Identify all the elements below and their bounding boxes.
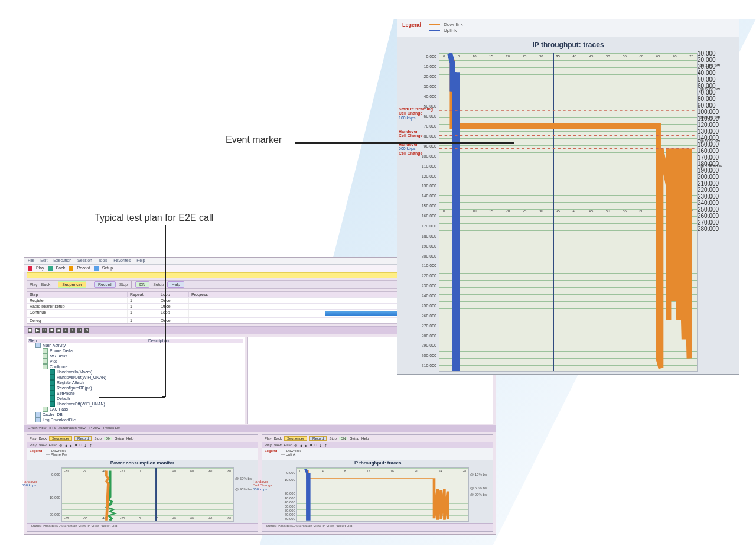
- pcm-toolbar[interactable]: PlayBackSequencer Record StopDN Setup He…: [27, 435, 258, 442]
- rec-blue-icon: [94, 266, 99, 271]
- y-tick-left: 210.000: [422, 264, 436, 268]
- tree-item[interactable]: Plot: [28, 359, 243, 364]
- ipts-plot-area[interactable]: 0481216202428 0.000 10.000 20.000 30.000…: [296, 467, 469, 522]
- tree-item[interactable]: RegisterAttach: [28, 380, 243, 385]
- chart-y-axis-right: @ 10% bw @ 50% bw @ 90% bw @ 99% bw @ 10…: [698, 50, 739, 374]
- toolbar-icon[interactable]: ⤒: [70, 328, 75, 333]
- menu-item[interactable]: Tools: [98, 258, 107, 264]
- tree-item[interactable]: MS Tasks: [28, 353, 243, 359]
- y-tick-left: 250.000: [422, 303, 436, 307]
- toolbar-icon[interactable]: ⤓: [63, 328, 68, 333]
- tree-item[interactable]: Log DownloadFile: [28, 417, 243, 422]
- pcm-footer[interactable]: Status: Pass BTS Automation View IP View…: [27, 523, 258, 531]
- strip-item[interactable]: View: [39, 443, 47, 447]
- bw-label-50: @ 50% bw: [700, 87, 720, 91]
- strip-item[interactable]: Filter: [49, 443, 57, 447]
- toolbar-icon[interactable]: ⟲: [42, 328, 47, 333]
- strip-item[interactable]: ▶: [70, 443, 73, 447]
- tree-item[interactable]: HandoverOut(WiFi_UNAN): [28, 375, 243, 380]
- y-tick-left: 120.000: [422, 174, 436, 178]
- toolbar-icon[interactable]: ↻: [84, 328, 89, 333]
- y-tick-left: 220.000: [422, 274, 436, 278]
- tabbar-upper[interactable]: Graph View · BTS · Automation View · IP …: [24, 425, 496, 433]
- trace-downlink: [452, 60, 689, 368]
- y-tick-left: 80.000: [424, 134, 436, 138]
- menu-item[interactable]: Session: [77, 258, 92, 264]
- y-tick-right: 250.000: [698, 206, 739, 213]
- chart-plot-area[interactable]: 051015202530354045505560657075 051015202…: [439, 53, 698, 372]
- pcm-legend: Legend — Downlink — Phone Pwr: [27, 448, 258, 460]
- rec-label: Record: [77, 266, 90, 270]
- strip-item[interactable]: ▶: [305, 443, 308, 447]
- tree-item[interactable]: Main Activity: [28, 343, 243, 348]
- strip-item[interactable]: □: [80, 443, 82, 447]
- y-tick-right: 40.000: [698, 70, 739, 76]
- help-button[interactable]: Help: [167, 281, 184, 288]
- y-tick-right: 90.000: [698, 102, 739, 109]
- strip-item[interactable]: ⤒: [89, 443, 92, 447]
- tree-item[interactable]: LAU Pass: [28, 407, 243, 412]
- toolbar-icon[interactable]: ◼: [28, 328, 32, 333]
- y-tick-left: 190.000: [422, 243, 436, 248]
- ipts-strip2[interactable]: PlayViewFilter⟲◀▶■□⤓⤒: [262, 442, 493, 448]
- tb-play[interactable]: Play: [30, 282, 38, 287]
- y-tick-left: 110.000: [422, 164, 436, 168]
- strip-item[interactable]: ⤓: [84, 443, 87, 447]
- record-button[interactable]: Record: [94, 281, 116, 288]
- ipts-footer[interactable]: Status: Pass BTS Automation View IP View…: [262, 523, 493, 531]
- y-tick-right: 210.000: [698, 180, 739, 187]
- menu-item[interactable]: Execution: [53, 258, 71, 264]
- step-tree[interactable]: Step Description Main ActivityPhone Task…: [27, 337, 245, 424]
- tree-item[interactable]: ReconfigureRB(ps): [28, 385, 243, 391]
- y-tick-right: 240.000: [698, 200, 739, 206]
- tree-item[interactable]: HandoverOff(WiFi_UNAN): [28, 401, 243, 407]
- strip-item[interactable]: ◀: [299, 443, 302, 447]
- strip-item[interactable]: Filter: [284, 443, 292, 447]
- play-label: Play: [36, 266, 44, 270]
- y-tick-left: 290.000: [422, 343, 436, 347]
- y-tick-right: 170.000: [698, 154, 739, 161]
- strip-item[interactable]: ■: [310, 443, 312, 447]
- sequencer-button[interactable]: Sequencer: [58, 281, 86, 288]
- strip-item[interactable]: ■: [75, 443, 77, 447]
- toolbar-icon[interactable]: ▶: [35, 328, 40, 333]
- menu-item[interactable]: Edit: [40, 258, 47, 264]
- setup-label: Setup: [102, 266, 113, 270]
- strip-item[interactable]: Play: [30, 443, 37, 447]
- ipts-toolbar[interactable]: PlayBackSequencer Record StopDN Setup He…: [262, 435, 493, 442]
- pcm-strip2[interactable]: PlayViewFilter⟲◀▶■□⤓⤒: [27, 442, 258, 448]
- menu-item[interactable]: Favorites: [113, 258, 131, 264]
- legend-swatch-downlink: [429, 24, 440, 25]
- strip-item[interactable]: □: [315, 443, 317, 447]
- tree-item[interactable]: SetPhone: [28, 391, 243, 396]
- tree-item[interactable]: Cache_DB: [28, 412, 243, 417]
- strip-item[interactable]: ⟲: [59, 443, 62, 447]
- tb-back[interactable]: Back: [41, 282, 51, 287]
- y-tick-right: 230.000: [698, 193, 739, 200]
- strip-item[interactable]: Play: [265, 443, 272, 447]
- strip-item[interactable]: ⤒: [324, 443, 327, 447]
- y-tick-right: 130.000: [698, 128, 739, 135]
- tree-item[interactable]: Configure: [28, 364, 243, 369]
- tree-item[interactable]: Phone Tasks: [28, 348, 243, 353]
- y-tick-right: 220.000: [698, 187, 739, 193]
- strip-item[interactable]: ◀: [64, 443, 67, 447]
- y-tick-right: 260.000: [698, 213, 739, 219]
- ipts-title: IP throughput: traces: [262, 460, 493, 466]
- toolbar-icon[interactable]: ↺: [77, 328, 82, 333]
- back-label: Back: [56, 266, 66, 270]
- y-tick-left: 300.000: [422, 353, 436, 357]
- y-tick-left: 70.000: [424, 124, 436, 128]
- menu-item[interactable]: File: [28, 258, 34, 264]
- strip-item[interactable]: View: [274, 443, 282, 447]
- menu-item[interactable]: Help: [136, 258, 145, 264]
- strip-item[interactable]: ⤓: [319, 443, 322, 447]
- pcm-plot-area[interactable]: -80-60-40-200204060-60-80 -80-60-40-2002…: [61, 467, 234, 522]
- y-tick-left: 40.000: [424, 94, 436, 98]
- toolbar-icon[interactable]: ▣: [56, 328, 61, 333]
- strip-item[interactable]: ⟲: [294, 443, 297, 447]
- tb-stop[interactable]: Stop: [119, 282, 128, 287]
- toolbar-icon[interactable]: ■: [49, 328, 54, 333]
- tree-item[interactable]: HandoverIn(Macro): [28, 369, 243, 375]
- y-tick-right: 270.000: [698, 219, 739, 226]
